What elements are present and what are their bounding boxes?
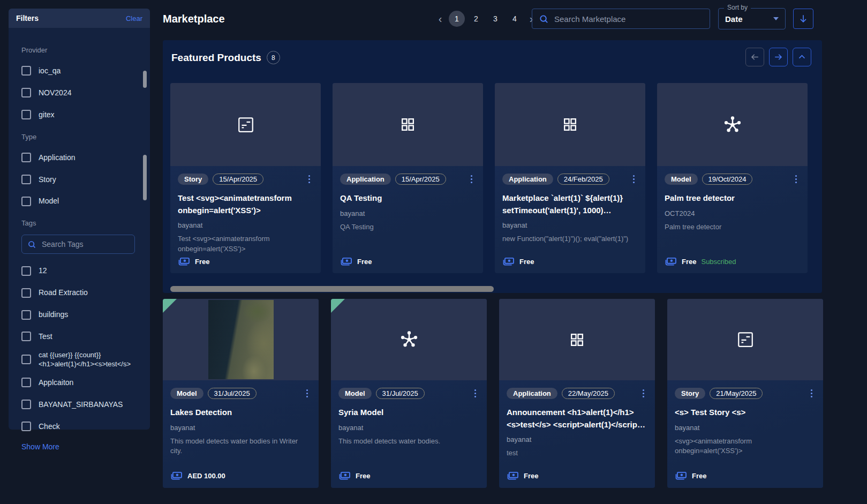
checkbox[interactable] (21, 66, 31, 76)
tag-option[interactable]: Test (21, 332, 139, 342)
page-3-button[interactable]: 3 (487, 11, 503, 27)
story-icon (236, 115, 255, 134)
price-label: Free (195, 258, 209, 266)
checkbox[interactable] (21, 153, 31, 162)
show-more-link[interactable]: Show More (21, 442, 139, 451)
download-button[interactable] (793, 9, 813, 29)
chevron-up-icon (797, 52, 806, 62)
filters-sidebar: Filters Clear Provider ioc_qa NOV2024 gi… (9, 9, 150, 430)
price-label: Free (692, 472, 706, 480)
provider-section-label: Provider (21, 46, 139, 54)
card-author: bayanat (340, 209, 476, 217)
chevron-down-icon (773, 17, 779, 20)
card-description: Palm tree detector (665, 222, 800, 232)
card-media (163, 299, 319, 380)
tag-option[interactable]: BAYANAT_SIRBANAYAS (21, 400, 139, 410)
featured-products-panel: Featured Products 8 Story 15/Apr/2025 (163, 40, 822, 293)
provider-option[interactable]: gitex (21, 110, 139, 120)
tag-option[interactable]: Check (21, 422, 139, 432)
price-label: Free (519, 258, 534, 266)
carousel-prev-button[interactable] (745, 48, 764, 66)
kebab-menu-icon[interactable] (305, 173, 313, 185)
type-badge: Story (675, 388, 705, 399)
checkbox[interactable] (21, 332, 31, 341)
type-badge: Model (338, 388, 372, 399)
card-author: bayanat (507, 435, 647, 443)
checkbox[interactable] (21, 266, 31, 276)
type-badge: Model (170, 388, 203, 399)
application-icon (569, 332, 585, 348)
type-option[interactable]: Model (21, 196, 139, 206)
tags-search-box[interactable] (21, 235, 135, 254)
product-card[interactable]: Application 15/Apr/2025 QA Testing bayan… (333, 83, 483, 273)
checkbox[interactable] (21, 88, 31, 97)
money-icon (170, 471, 183, 480)
checkbox[interactable] (21, 355, 31, 364)
satellite-thumbnail (208, 300, 274, 379)
tag-option[interactable]: 12 (21, 266, 139, 276)
sort-dropdown[interactable]: Sort by Date (718, 8, 786, 29)
tag-option[interactable]: Road Extractio (21, 288, 139, 298)
checkbox[interactable] (21, 310, 31, 320)
marketplace-search-input[interactable] (554, 14, 699, 24)
card-description: <svg><animatetransform onbegin=alert('XS… (675, 437, 816, 457)
tag-option[interactable]: Applcaiton (21, 378, 139, 388)
product-card[interactable]: Story 15/Apr/2025 Test <svg><animatetran… (170, 83, 321, 273)
checkbox[interactable] (21, 400, 31, 409)
page-4-button[interactable]: 4 (507, 11, 523, 27)
kebab-menu-icon[interactable] (630, 173, 638, 185)
provider-option[interactable]: NOV2024 (21, 88, 139, 98)
kebab-menu-icon[interactable] (808, 387, 816, 400)
page-1-button[interactable]: 1 (449, 11, 465, 27)
card-media (495, 83, 645, 166)
price-label: Free (356, 472, 370, 480)
tag-option[interactable]: cat {{user}} {{count}} <h1>alert(1)</h1>… (21, 350, 139, 369)
card-author: bayanat (178, 221, 313, 229)
sidebar-scrollbar[interactable] (143, 155, 147, 200)
checkbox[interactable] (21, 175, 31, 184)
sort-label: Sort by (724, 4, 751, 11)
product-card[interactable]: Model 19/Oct/2024 Palm tree detector OCT… (657, 83, 808, 273)
product-card[interactable]: Application 22/May/2025 Announcement <h1… (499, 299, 655, 488)
type-option[interactable]: Story (21, 175, 139, 185)
kebab-menu-icon[interactable] (639, 387, 647, 400)
subscribed-badge: Subscribed (701, 258, 736, 266)
card-title: <s> Test Story <s> (675, 407, 816, 419)
card-title: Lakes Detection (170, 407, 311, 419)
product-card[interactable]: Story 21/May/2025 <s> Test Story <s> bay… (667, 299, 823, 488)
application-icon (399, 116, 416, 133)
card-title: Syria Model (338, 407, 479, 419)
checkbox[interactable] (21, 197, 31, 206)
carousel-next-button[interactable] (769, 48, 788, 66)
tags-search-input[interactable] (42, 240, 122, 249)
tags-section-label: Tags (21, 219, 139, 227)
clear-filters-link[interactable]: Clear (126, 14, 142, 22)
checkbox[interactable] (21, 378, 31, 387)
price-label: Free (524, 472, 538, 480)
page-2-button[interactable]: 2 (468, 11, 484, 27)
provider-option[interactable]: ioc_qa (21, 66, 139, 76)
prev-page-icon[interactable]: ‹ (435, 11, 446, 27)
product-card[interactable]: Model 31/Jul/2025 Syria Model bayanat Th… (331, 299, 487, 488)
collapse-section-button[interactable] (793, 48, 811, 66)
card-title: Test <svg><animatetransform onbegin=aler… (178, 192, 313, 216)
page-title: Marketplace (163, 13, 225, 25)
checkbox[interactable] (21, 422, 31, 431)
product-card[interactable]: Application 24/Feb/2025 Marketplace `ale… (495, 83, 645, 273)
date-badge: 21/May/2025 (710, 388, 763, 399)
checkbox[interactable] (21, 110, 31, 119)
kebab-menu-icon[interactable] (471, 387, 479, 400)
sidebar-scrollbar[interactable] (143, 71, 147, 88)
horizontal-scrollbar[interactable] (170, 286, 494, 292)
kebab-menu-icon[interactable] (792, 173, 800, 185)
kebab-menu-icon[interactable] (303, 387, 311, 400)
card-author: OCT2024 (665, 209, 800, 217)
checkbox[interactable] (21, 288, 31, 298)
marketplace-search-box[interactable] (532, 9, 710, 29)
arrow-down-icon (798, 13, 809, 24)
tag-option[interactable]: buildings (21, 310, 139, 320)
kebab-menu-icon[interactable] (468, 173, 476, 185)
type-option[interactable]: Application (21, 153, 139, 163)
product-card[interactable]: Model 31/Jul/2025 Lakes Detection bayana… (163, 299, 319, 488)
card-media (499, 299, 655, 380)
